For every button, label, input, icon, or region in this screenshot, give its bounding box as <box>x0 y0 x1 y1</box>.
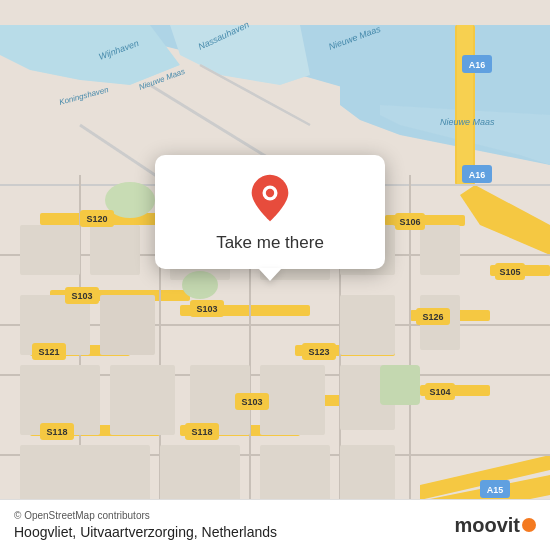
svg-text:S123: S123 <box>308 347 329 357</box>
svg-rect-49 <box>160 445 240 505</box>
moovit-logo-text: moovit <box>454 514 520 537</box>
svg-rect-48 <box>20 445 150 505</box>
svg-text:S120: S120 <box>86 214 107 224</box>
location-popup: Take me there <box>155 155 385 269</box>
svg-point-54 <box>182 271 218 299</box>
svg-rect-42 <box>260 365 325 435</box>
svg-point-93 <box>266 189 274 197</box>
svg-rect-36 <box>100 295 155 355</box>
svg-text:S104: S104 <box>429 387 450 397</box>
location-pin-icon <box>245 173 295 223</box>
svg-rect-44 <box>340 295 395 355</box>
svg-text:S105: S105 <box>499 267 520 277</box>
svg-rect-50 <box>260 445 330 505</box>
svg-text:S103: S103 <box>71 291 92 301</box>
copyright-text: © OpenStreetMap contributors <box>14 510 277 521</box>
take-me-there-button[interactable]: Take me there <box>216 233 324 253</box>
svg-point-94 <box>522 518 536 532</box>
svg-rect-40 <box>110 365 175 435</box>
moovit-logo-icon <box>522 518 536 532</box>
svg-rect-46 <box>420 225 460 275</box>
bottom-left-section: © OpenStreetMap contributors Hoogvliet, … <box>14 510 277 540</box>
svg-text:S118: S118 <box>46 427 67 437</box>
svg-text:Nieuwe Maas: Nieuwe Maas <box>440 117 495 127</box>
svg-rect-33 <box>20 225 80 275</box>
svg-text:S126: S126 <box>422 312 443 322</box>
svg-text:S118: S118 <box>191 427 212 437</box>
moovit-logo[interactable]: moovit <box>454 514 536 537</box>
svg-rect-34 <box>90 225 140 275</box>
map-container: A16 A16 A15 S120 S103 S103 S103 S121 S11… <box>0 0 550 550</box>
svg-text:S121: S121 <box>38 347 59 357</box>
location-name: Hoogvliet, Uitvaartverzorging, Netherlan… <box>14 524 277 540</box>
bottom-info-bar: © OpenStreetMap contributors Hoogvliet, … <box>0 499 550 550</box>
svg-text:A15: A15 <box>487 485 504 495</box>
svg-rect-51 <box>340 445 395 505</box>
svg-text:S106: S106 <box>399 217 420 227</box>
svg-text:A16: A16 <box>469 170 486 180</box>
svg-text:S103: S103 <box>241 397 262 407</box>
svg-rect-7 <box>457 25 473 185</box>
svg-text:A16: A16 <box>469 60 486 70</box>
svg-rect-55 <box>380 365 420 405</box>
svg-text:S103: S103 <box>196 304 217 314</box>
